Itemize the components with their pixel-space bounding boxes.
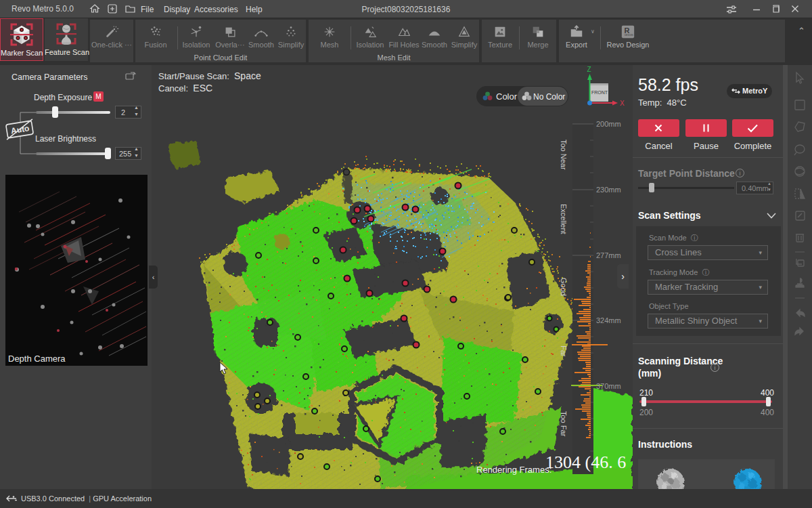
svg-text:277mm: 277mm xyxy=(596,251,621,259)
svg-text:FRONT: FRONT xyxy=(591,90,608,95)
svg-text:200mm: 200mm xyxy=(596,120,621,128)
svg-text:370mm: 370mm xyxy=(596,382,621,390)
svg-text:230mm: 230mm xyxy=(596,186,621,194)
svg-text:Z: Z xyxy=(587,66,591,73)
svg-text:DESIGN: DESIGN xyxy=(625,34,633,37)
svg-text:R: R xyxy=(625,26,630,35)
svg-text:X: X xyxy=(620,100,625,107)
svg-text:Depth Camera: Depth Camera xyxy=(8,354,66,364)
svg-text:324mm: 324mm xyxy=(596,316,621,324)
